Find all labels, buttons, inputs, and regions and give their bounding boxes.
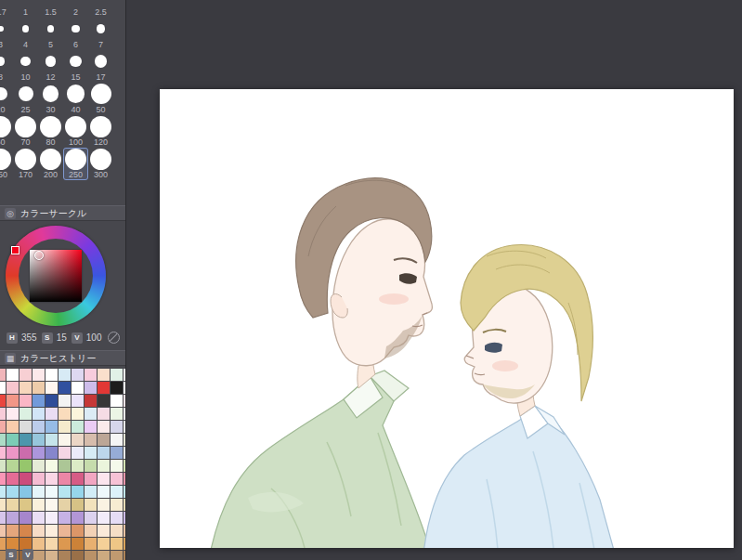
history-swatch[interactable] [124, 538, 126, 550]
history-swatch[interactable] [98, 369, 110, 381]
brush-size-300[interactable]: 300 [88, 148, 113, 180]
history-swatch[interactable] [111, 512, 123, 524]
history-swatch[interactable] [85, 473, 97, 485]
history-swatch[interactable] [33, 486, 45, 498]
history-swatch[interactable] [33, 395, 45, 407]
history-swatch[interactable] [33, 369, 45, 381]
brush-size-6[interactable]: 6 [63, 18, 88, 50]
history-swatch[interactable] [20, 499, 32, 511]
history-swatch[interactable] [33, 499, 45, 511]
history-swatch[interactable] [7, 460, 19, 472]
history-swatch[interactable] [111, 421, 123, 433]
brush-size-20[interactable]: 20 [0, 83, 13, 115]
history-swatch[interactable] [111, 460, 123, 472]
history-swatch[interactable] [111, 551, 123, 560]
history-swatch[interactable] [85, 382, 97, 394]
history-swatch[interactable] [33, 538, 45, 550]
history-swatch[interactable] [0, 408, 6, 420]
history-swatch[interactable] [0, 473, 6, 485]
color-wheel[interactable] [6, 226, 106, 326]
brush-size-25[interactable]: 25 [13, 83, 38, 115]
drawing-canvas[interactable] [160, 89, 734, 548]
history-swatch[interactable] [124, 447, 126, 459]
history-swatch[interactable] [0, 382, 6, 394]
history-swatch[interactable] [72, 460, 84, 472]
history-swatch[interactable] [46, 434, 58, 446]
brush-size-150[interactable]: 150 [0, 148, 13, 180]
history-swatch[interactable] [20, 473, 32, 485]
history-swatch[interactable] [46, 473, 58, 485]
history-swatch[interactable] [98, 538, 110, 550]
history-swatch[interactable] [20, 382, 32, 394]
brush-size-5[interactable]: 5 [38, 18, 63, 50]
history-swatch[interactable] [0, 499, 6, 511]
history-swatch[interactable] [85, 486, 97, 498]
history-swatch[interactable] [98, 421, 110, 433]
history-swatch[interactable] [20, 447, 32, 459]
brush-size-3[interactable]: 3 [0, 18, 13, 50]
history-swatch[interactable] [59, 382, 71, 394]
history-swatch[interactable] [98, 486, 110, 498]
history-swatch[interactable] [85, 512, 97, 524]
history-swatch[interactable] [59, 421, 71, 433]
history-swatch[interactable] [33, 382, 45, 394]
history-swatch[interactable] [124, 421, 126, 433]
history-swatch[interactable] [72, 408, 84, 420]
history-swatch[interactable] [111, 525, 123, 537]
history-swatch[interactable] [0, 512, 6, 524]
history-swatch[interactable] [85, 369, 97, 381]
history-swatch[interactable] [111, 538, 123, 550]
history-swatch[interactable] [0, 395, 6, 407]
history-swatch[interactable] [111, 447, 123, 459]
history-swatch[interactable] [7, 434, 19, 446]
history-swatch[interactable] [0, 460, 6, 472]
history-swatch[interactable] [46, 408, 58, 420]
history-swatch[interactable] [46, 421, 58, 433]
history-swatch[interactable] [59, 525, 71, 537]
history-swatch[interactable] [111, 499, 123, 511]
history-swatch[interactable] [20, 369, 32, 381]
history-swatch[interactable] [72, 382, 84, 394]
history-swatch[interactable] [7, 447, 19, 459]
transparent-color-icon[interactable] [108, 332, 120, 344]
history-swatch[interactable] [124, 486, 126, 498]
brush-size-4[interactable]: 4 [13, 18, 38, 50]
history-swatch[interactable] [59, 512, 71, 524]
history-swatch[interactable] [111, 382, 123, 394]
history-swatch[interactable] [0, 369, 6, 381]
history-swatch[interactable] [0, 525, 6, 537]
history-swatch[interactable] [85, 525, 97, 537]
history-swatch[interactable] [111, 434, 123, 446]
history-swatch[interactable] [59, 408, 71, 420]
history-swatch[interactable] [85, 421, 97, 433]
history-swatch[interactable] [20, 395, 32, 407]
history-swatch[interactable] [0, 421, 6, 433]
history-swatch[interactable] [85, 434, 97, 446]
history-swatch[interactable] [20, 512, 32, 524]
brush-size-7[interactable]: 7 [88, 18, 113, 50]
history-swatch[interactable] [7, 395, 19, 407]
history-swatch[interactable] [7, 486, 19, 498]
brush-size-2[interactable]: 2 [63, 0, 88, 18]
history-swatch[interactable] [59, 460, 71, 472]
history-swatch[interactable] [46, 460, 58, 472]
history-swatch[interactable] [20, 525, 32, 537]
history-swatch[interactable] [72, 512, 84, 524]
history-swatch[interactable] [98, 395, 110, 407]
history-swatch[interactable] [72, 473, 84, 485]
history-swatch[interactable] [124, 551, 126, 560]
slider-s-tag[interactable]: S [6, 549, 17, 560]
history-swatch[interactable] [33, 447, 45, 459]
history-swatch[interactable] [98, 408, 110, 420]
history-swatch[interactable] [59, 369, 71, 381]
history-swatch[interactable] [33, 551, 45, 560]
history-swatch[interactable] [46, 369, 58, 381]
history-swatch[interactable] [124, 473, 126, 485]
history-swatch[interactable] [98, 460, 110, 472]
brush-size-8[interactable]: 8 [0, 50, 13, 83]
history-swatch[interactable] [85, 408, 97, 420]
brush-size-15[interactable]: 15 [63, 50, 88, 83]
sv-cursor[interactable] [34, 251, 44, 260]
history-swatch[interactable] [20, 408, 32, 420]
history-swatch[interactable] [124, 382, 126, 394]
